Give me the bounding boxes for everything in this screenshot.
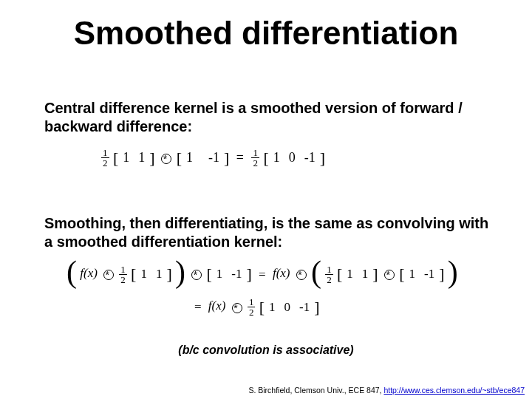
equals-sign: =	[255, 268, 270, 281]
big-paren-left: (	[311, 261, 321, 283]
fx-term: f(x)	[273, 266, 290, 280]
footer-link[interactable]: http://www.ces.clemson.edu/~stb/ece847	[383, 386, 525, 395]
fraction-half-2: 1 2	[251, 148, 259, 168]
paragraph-2: Smoothing, then differentiating, is the …	[44, 214, 495, 251]
big-paren-right: )	[175, 261, 185, 283]
slide: Smoothed differentiation Central differe…	[0, 0, 532, 399]
convolution-icon	[103, 269, 113, 279]
fx-term: f(x)	[80, 266, 98, 280]
slide-footer: S. Birchfield, Clemson Univ., ECE 847, h…	[248, 386, 525, 395]
convolution-icon	[383, 269, 394, 279]
kernel-a: [11]	[131, 266, 172, 282]
fraction-half: 1 2	[325, 265, 333, 284]
kernel-smooth: [11]	[113, 149, 155, 168]
convolution-icon	[191, 269, 201, 279]
equals-sign: =	[191, 300, 205, 315]
kernel-b: [1-1]	[207, 266, 252, 282]
equals-sign: =	[233, 150, 248, 166]
fraction-half: 1 2	[101, 148, 109, 168]
convolution-icon	[231, 302, 242, 313]
equation-2-line2: = f(x) 1 2 [10-1]	[191, 297, 320, 317]
footer-prefix: S. Birchfield, Clemson Univ., ECE 847,	[248, 386, 383, 395]
convolution-icon	[160, 153, 171, 163]
paragraph-1: Central difference kernel is a smoothed …	[44, 99, 495, 136]
kernel-result: [10-1]	[259, 298, 320, 317]
kernel-c: [11]	[337, 266, 378, 282]
fraction-half: 1 2	[119, 265, 127, 284]
fraction-half: 1 2	[248, 297, 256, 317]
kernel-d: [1-1]	[399, 266, 444, 282]
note-associative: (b/c convolution is associative)	[0, 344, 532, 357]
kernel-diff: [1 -1]	[177, 149, 230, 168]
equation-2-line1: ( f(x) 1 2 [11] ) [1-1] = f(x) ( 1 2 [11…	[66, 263, 458, 285]
big-paren-right: )	[448, 261, 458, 283]
equation-1: 1 2 [11] [1 -1] = 1 2 [10-1]	[100, 148, 325, 168]
slide-title: Smoothed differentiation	[0, 15, 532, 52]
convolution-icon	[296, 269, 306, 279]
fx-term: f(x)	[208, 299, 226, 313]
kernel-result: [10-1]	[263, 149, 325, 168]
big-paren-left: (	[66, 261, 77, 283]
